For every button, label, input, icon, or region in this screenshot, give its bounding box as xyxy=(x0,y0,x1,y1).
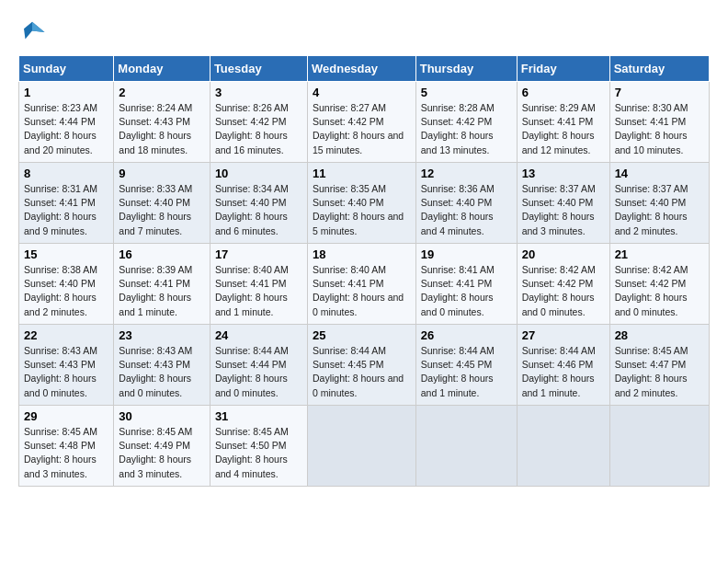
day-number: 20 xyxy=(522,247,605,261)
calendar-cell xyxy=(307,406,415,487)
day-info: Sunrise: 8:30 AMSunset: 4:41 PMDaylight:… xyxy=(615,101,704,157)
calendar-cell: 19Sunrise: 8:41 AMSunset: 4:41 PMDayligh… xyxy=(415,244,517,325)
day-number: 24 xyxy=(215,328,302,342)
day-info: Sunrise: 8:36 AMSunset: 4:40 PMDaylight:… xyxy=(421,182,512,238)
calendar-cell xyxy=(609,406,709,487)
calendar-cell: 26Sunrise: 8:44 AMSunset: 4:45 PMDayligh… xyxy=(415,325,517,406)
day-info: Sunrise: 8:24 AMSunset: 4:43 PMDaylight:… xyxy=(119,101,205,157)
calendar-cell: 2Sunrise: 8:24 AMSunset: 4:43 PMDaylight… xyxy=(114,82,210,163)
day-info: Sunrise: 8:34 AMSunset: 4:40 PMDaylight:… xyxy=(215,182,302,238)
weekday-header: Friday xyxy=(517,56,609,82)
weekday-header: Saturday xyxy=(609,56,709,82)
calendar-cell: 7Sunrise: 8:30 AMSunset: 4:41 PMDaylight… xyxy=(609,82,709,163)
day-number: 2 xyxy=(119,86,205,99)
calendar-week-row: 15Sunrise: 8:38 AMSunset: 4:40 PMDayligh… xyxy=(19,244,710,325)
day-number: 18 xyxy=(313,247,411,261)
day-info: Sunrise: 8:44 AMSunset: 4:45 PMDaylight:… xyxy=(421,344,512,400)
day-info: Sunrise: 8:31 AMSunset: 4:41 PMDaylight:… xyxy=(24,182,108,238)
day-info: Sunrise: 8:29 AMSunset: 4:41 PMDaylight:… xyxy=(522,101,605,157)
calendar-cell: 15Sunrise: 8:38 AMSunset: 4:40 PMDayligh… xyxy=(19,244,114,325)
day-number: 29 xyxy=(24,409,108,423)
calendar-cell: 9Sunrise: 8:33 AMSunset: 4:40 PMDaylight… xyxy=(114,163,210,244)
calendar-week-row: 1Sunrise: 8:23 AMSunset: 4:44 PMDaylight… xyxy=(19,82,710,163)
calendar-cell: 29Sunrise: 8:45 AMSunset: 4:48 PMDayligh… xyxy=(19,406,114,487)
day-number: 23 xyxy=(119,328,205,342)
calendar-cell: 10Sunrise: 8:34 AMSunset: 4:40 PMDayligh… xyxy=(210,163,307,244)
day-info: Sunrise: 8:44 AMSunset: 4:46 PMDaylight:… xyxy=(522,344,605,400)
calendar-cell: 14Sunrise: 8:37 AMSunset: 4:40 PMDayligh… xyxy=(609,163,709,244)
day-number: 14 xyxy=(615,167,704,180)
calendar-cell: 28Sunrise: 8:45 AMSunset: 4:47 PMDayligh… xyxy=(609,325,709,406)
calendar-cell: 31Sunrise: 8:45 AMSunset: 4:50 PMDayligh… xyxy=(210,406,307,487)
day-number: 13 xyxy=(522,167,605,180)
calendar-cell xyxy=(415,406,517,487)
logo xyxy=(18,18,50,46)
day-info: Sunrise: 8:40 AMSunset: 4:41 PMDaylight:… xyxy=(215,263,302,319)
day-number: 12 xyxy=(421,167,512,180)
day-info: Sunrise: 8:45 AMSunset: 4:47 PMDaylight:… xyxy=(615,344,704,400)
calendar-cell: 20Sunrise: 8:42 AMSunset: 4:42 PMDayligh… xyxy=(517,244,609,325)
day-number: 15 xyxy=(24,247,108,261)
day-number: 28 xyxy=(615,328,704,342)
calendar-cell: 17Sunrise: 8:40 AMSunset: 4:41 PMDayligh… xyxy=(210,244,307,325)
day-info: Sunrise: 8:39 AMSunset: 4:41 PMDaylight:… xyxy=(119,263,205,319)
day-number: 3 xyxy=(215,86,302,99)
calendar-week-row: 22Sunrise: 8:43 AMSunset: 4:43 PMDayligh… xyxy=(19,325,710,406)
day-number: 7 xyxy=(615,86,704,99)
day-number: 22 xyxy=(24,328,108,342)
weekday-header: Sunday xyxy=(19,56,114,82)
calendar-cell: 25Sunrise: 8:44 AMSunset: 4:45 PMDayligh… xyxy=(307,325,415,406)
day-info: Sunrise: 8:23 AMSunset: 4:44 PMDaylight:… xyxy=(24,101,108,157)
day-info: Sunrise: 8:45 AMSunset: 4:48 PMDaylight:… xyxy=(24,425,108,481)
day-info: Sunrise: 8:35 AMSunset: 4:40 PMDaylight:… xyxy=(313,182,411,238)
day-number: 26 xyxy=(421,328,512,342)
calendar-cell: 1Sunrise: 8:23 AMSunset: 4:44 PMDaylight… xyxy=(19,82,114,163)
calendar-table: SundayMondayTuesdayWednesdayThursdayFrid… xyxy=(18,55,710,487)
day-info: Sunrise: 8:45 AMSunset: 4:50 PMDaylight:… xyxy=(215,425,302,481)
weekday-header: Wednesday xyxy=(307,56,415,82)
calendar-cell: 18Sunrise: 8:40 AMSunset: 4:41 PMDayligh… xyxy=(307,244,415,325)
calendar-cell: 22Sunrise: 8:43 AMSunset: 4:43 PMDayligh… xyxy=(19,325,114,406)
calendar-cell: 13Sunrise: 8:37 AMSunset: 4:40 PMDayligh… xyxy=(517,163,609,244)
calendar-cell: 5Sunrise: 8:28 AMSunset: 4:42 PMDaylight… xyxy=(415,82,517,163)
day-info: Sunrise: 8:44 AMSunset: 4:45 PMDaylight:… xyxy=(313,344,411,400)
day-number: 11 xyxy=(313,167,411,180)
day-number: 21 xyxy=(615,247,704,261)
calendar-cell: 23Sunrise: 8:43 AMSunset: 4:43 PMDayligh… xyxy=(114,325,210,406)
calendar-cell: 11Sunrise: 8:35 AMSunset: 4:40 PMDayligh… xyxy=(307,163,415,244)
calendar-cell: 27Sunrise: 8:44 AMSunset: 4:46 PMDayligh… xyxy=(517,325,609,406)
day-number: 5 xyxy=(421,86,512,99)
weekday-header: Thursday xyxy=(415,56,517,82)
day-number: 27 xyxy=(522,328,605,342)
day-info: Sunrise: 8:43 AMSunset: 4:43 PMDaylight:… xyxy=(119,344,205,400)
day-number: 9 xyxy=(119,167,205,180)
day-info: Sunrise: 8:37 AMSunset: 4:40 PMDaylight:… xyxy=(615,182,704,238)
day-info: Sunrise: 8:40 AMSunset: 4:41 PMDaylight:… xyxy=(313,263,411,319)
svg-marker-1 xyxy=(32,22,45,32)
calendar-cell: 21Sunrise: 8:42 AMSunset: 4:42 PMDayligh… xyxy=(609,244,709,325)
calendar-cell: 6Sunrise: 8:29 AMSunset: 4:41 PMDaylight… xyxy=(517,82,609,163)
day-info: Sunrise: 8:45 AMSunset: 4:49 PMDaylight:… xyxy=(119,425,205,481)
day-number: 6 xyxy=(522,86,605,99)
calendar-cell: 24Sunrise: 8:44 AMSunset: 4:44 PMDayligh… xyxy=(210,325,307,406)
calendar-cell: 16Sunrise: 8:39 AMSunset: 4:41 PMDayligh… xyxy=(114,244,210,325)
day-number: 31 xyxy=(215,409,302,423)
calendar-week-row: 29Sunrise: 8:45 AMSunset: 4:48 PMDayligh… xyxy=(19,406,710,487)
day-number: 25 xyxy=(313,328,411,342)
day-info: Sunrise: 8:28 AMSunset: 4:42 PMDaylight:… xyxy=(421,101,512,157)
weekday-header: Monday xyxy=(114,56,210,82)
calendar-cell: 30Sunrise: 8:45 AMSunset: 4:49 PMDayligh… xyxy=(114,406,210,487)
day-info: Sunrise: 8:41 AMSunset: 4:41 PMDaylight:… xyxy=(421,263,512,319)
day-number: 16 xyxy=(119,247,205,261)
day-info: Sunrise: 8:42 AMSunset: 4:42 PMDaylight:… xyxy=(615,263,704,319)
day-info: Sunrise: 8:27 AMSunset: 4:42 PMDaylight:… xyxy=(313,101,411,157)
day-number: 30 xyxy=(119,409,205,423)
calendar-cell: 4Sunrise: 8:27 AMSunset: 4:42 PMDaylight… xyxy=(307,82,415,163)
page-header xyxy=(18,18,710,46)
day-number: 17 xyxy=(215,247,302,261)
calendar-cell: 8Sunrise: 8:31 AMSunset: 4:41 PMDaylight… xyxy=(19,163,114,244)
weekday-header-row: SundayMondayTuesdayWednesdayThursdayFrid… xyxy=(19,56,710,82)
calendar-cell: 3Sunrise: 8:26 AMSunset: 4:42 PMDaylight… xyxy=(210,82,307,163)
day-info: Sunrise: 8:42 AMSunset: 4:42 PMDaylight:… xyxy=(522,263,605,319)
day-number: 10 xyxy=(215,167,302,180)
